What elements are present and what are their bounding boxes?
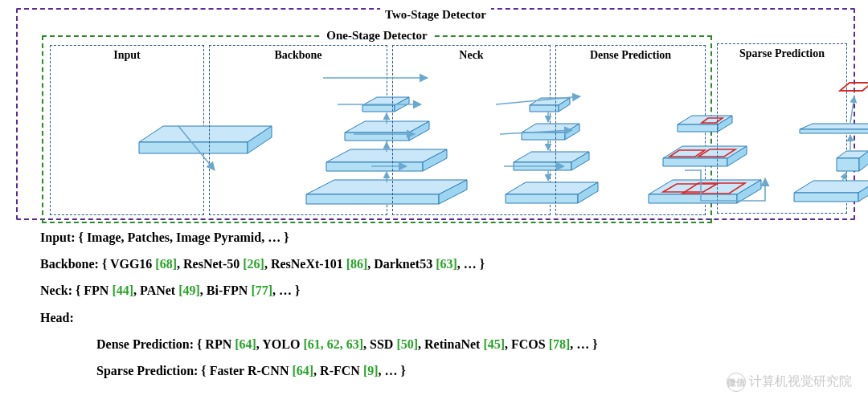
svg-line-68 <box>500 130 572 134</box>
watermark-text: 计算机视觉研究院 <box>749 374 852 388</box>
legend-backbone: Backbone: { VGG16 [68], ResNet-50 [26], … <box>40 256 598 271</box>
two-stage-detector-box: Two-Stage Detector One-Stage Detector In… <box>16 8 855 220</box>
legend-dense-prediction: Dense Prediction: { RPN [64], YOLO [61, … <box>96 336 598 352</box>
legend-sparse-prediction: Sparse Prediction: { Faster R-CNN [64], … <box>96 363 598 378</box>
legend-block: Input: { Image, Patches, Image Pyramid, … <box>40 230 598 389</box>
watermark: 微信计算机视觉研究院 <box>727 373 852 392</box>
svg-line-67 <box>496 96 580 104</box>
legend-head: Head: <box>40 310 598 325</box>
legend-input: Input: { Image, Patches, Image Pyramid, … <box>40 230 598 245</box>
wechat-icon: 微信 <box>727 373 746 392</box>
legend-neck: Neck: { FPN [44], PANet [49], Bi-FPN [77… <box>40 283 598 298</box>
connector-arrows-icon <box>18 10 854 218</box>
